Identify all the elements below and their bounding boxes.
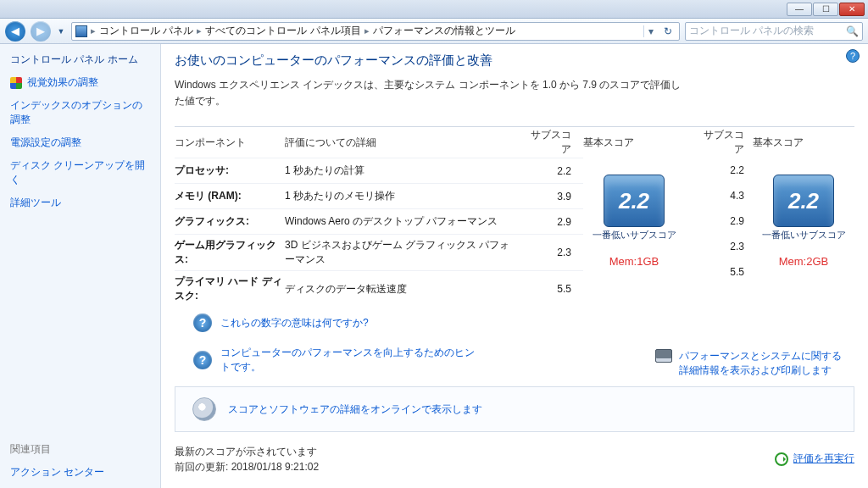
status-text: 最新のスコアが示されています 前回の更新: 2018/01/18 9:21:02 <box>175 444 319 474</box>
table-row: グラフィックス: Windows Aero のデスクトップ パフォーマンス 2.… <box>175 208 583 234</box>
header-subscore: サブスコア <box>524 128 583 157</box>
sidebar-link-power[interactable]: 電源設定の調整 <box>10 136 150 150</box>
main-content: ? お使いのコンピューターのパフォーマンスの評価と改善 Windows エクスペ… <box>161 44 868 488</box>
header-detail: 評価についての詳細 <box>285 136 524 150</box>
search-placeholder: コントロール パネルの検索 <box>689 24 814 38</box>
online-details-box[interactable]: スコアとソフトウェアの詳細をオンラインで表示します <box>175 386 854 432</box>
memory-annotation: Mem:2GB <box>779 255 829 268</box>
link-text: 評価を再実行 <box>793 452 854 466</box>
header-component: コンポーネント <box>175 136 285 150</box>
link-text: これらの数字の意味は何ですか? <box>220 316 369 330</box>
table-row: プライマリ ハード ディスク: ディスクのデータ転送速度 5.5 <box>175 270 583 307</box>
subscore-value: 5.5 <box>702 266 753 278</box>
sidebar-link-visual-effects[interactable]: 視覚効果の調整 <box>10 75 150 90</box>
breadcrumb-sep: ▸ <box>197 25 202 36</box>
refresh-button[interactable]: ↻ <box>660 25 676 37</box>
subscore-value: 2.2 <box>702 164 753 176</box>
link-text: パフォーマンスとシステムに関する詳細情報を表示および印刷します <box>679 349 849 378</box>
sidebar: コントロール パネル ホーム 視覚効果の調整 インデックスのオプションの調整 電… <box>0 44 161 488</box>
help-link-meaning[interactable]: ? これらの数字の意味は何ですか? <box>175 307 854 339</box>
control-panel-icon <box>75 25 87 37</box>
shield-icon <box>10 77 22 89</box>
link-text: コンピューターのパフォーマンスを向上するためのヒントです。 <box>220 346 475 374</box>
question-icon: ? <box>193 313 212 332</box>
subscore-value: 5.5 <box>524 283 583 295</box>
sidebar-link-advanced-tools[interactable]: 詳細ツール <box>10 196 150 210</box>
nav-toolbar: ◀ ▶ ▼ ▸ コントロール パネル ▸ すべてのコントロール パネル項目 ▸ … <box>0 19 868 44</box>
printer-icon <box>655 349 672 363</box>
component-desc: 3D ビジネスおよびゲーム グラフィックス パフォーマンス <box>285 238 524 267</box>
window-minimize-button[interactable]: — <box>787 3 812 16</box>
question-icon: ? <box>193 351 212 369</box>
subscore-value: 2.3 <box>702 241 753 252</box>
header-subscore: サブスコア <box>702 128 753 157</box>
component-desc: 1 秒あたりのメモリ操作 <box>285 189 524 203</box>
breadcrumb-sep: ▸ <box>364 25 370 36</box>
subscore-value: 4.3 <box>702 190 753 202</box>
component-desc: ディスクのデータ転送速度 <box>285 282 524 297</box>
status-line: 前回の更新: 2018/01/18 9:21:02 <box>175 459 319 474</box>
window-titlebar: — ☐ ✕ <box>0 0 868 19</box>
header-basescore: 基本スコア <box>753 136 854 150</box>
badge-caption: 一番低いサブスコア <box>762 229 846 241</box>
subscore-value: 2.2 <box>524 165 583 177</box>
component-name: プロセッサ: <box>175 164 285 178</box>
breadcrumb-dropdown[interactable]: ▾ <box>643 25 657 37</box>
page-description: Windows エクスペリエンス インデックスは、主要なシステム コンポーネント… <box>175 77 683 109</box>
search-input[interactable]: コントロール パネルの検索 🔍 <box>685 22 863 41</box>
subscore-value: 2.9 <box>524 216 583 228</box>
subscore-value: 3.9 <box>524 191 583 202</box>
table-row: ゲーム用グラフィックス: 3D ビジネスおよびゲーム グラフィックス パフォーマ… <box>175 234 583 270</box>
breadcrumb[interactable]: ▸ コントロール パネル ▸ すべてのコントロール パネル項目 ▸ パフォーマン… <box>71 22 680 41</box>
component-desc: 1 秒あたりの計算 <box>285 164 524 178</box>
scores-header-row-2: サブスコア 基本スコア <box>702 127 854 158</box>
component-desc: Windows Aero のデスクトップ パフォーマンス <box>285 214 524 229</box>
header-basescore: 基本スコア <box>583 136 685 150</box>
component-name: プライマリ ハード ディスク: <box>175 274 285 303</box>
component-name: メモリ (RAM): <box>175 189 285 203</box>
base-score-badge: 2.2 <box>773 175 834 227</box>
related-items-title: 関連項目 <box>10 442 150 457</box>
subscore-value: 2.9 <box>702 215 753 227</box>
page-title: お使いのコンピューターのパフォーマンスの評価と改善 <box>175 53 854 69</box>
table-row: プロセッサ: 1 秒あたりの計算 2.2 <box>175 158 583 183</box>
component-name: グラフィックス: <box>175 214 285 229</box>
scores-table: コンポーネント 評価についての詳細 サブスコア 基本スコア プロセッサ: 1 秒… <box>175 126 854 307</box>
history-dropdown[interactable]: ▼ <box>56 21 66 42</box>
disc-icon <box>192 397 216 421</box>
memory-annotation: Mem:1GB <box>609 255 659 268</box>
breadcrumb-item[interactable]: すべてのコントロール パネル項目 <box>205 24 360 38</box>
table-row: メモリ (RAM): 1 秒あたりのメモリ操作 3.9 <box>175 183 583 208</box>
component-name: ゲーム用グラフィックス: <box>175 238 285 267</box>
sidebar-link-action-center[interactable]: アクション センター <box>10 465 150 480</box>
breadcrumb-sep: ▸ <box>91 25 96 36</box>
control-panel-home-link[interactable]: コントロール パネル ホーム <box>10 53 150 67</box>
help-icon[interactable]: ? <box>846 49 860 63</box>
link-text: スコアとソフトウェアの詳細をオンラインで表示します <box>228 402 482 417</box>
forward-button[interactable]: ▶ <box>31 21 51 42</box>
sidebar-link-disk-cleanup[interactable]: ディスク クリーンアップを開く <box>10 158 150 187</box>
badge-caption: 一番低いサブスコア <box>593 229 676 241</box>
sidebar-link-indexing[interactable]: インデックスのオプションの調整 <box>10 98 150 127</box>
status-line: 最新のスコアが示されています <box>175 444 319 459</box>
back-button[interactable]: ◀ <box>5 21 25 42</box>
refresh-icon <box>775 452 788 466</box>
print-details-link[interactable]: パフォーマンスとシステムに関する詳細情報を表示および印刷します <box>655 349 854 378</box>
scores-header-row: コンポーネント 評価についての詳細 サブスコア 基本スコア <box>175 127 685 158</box>
rerun-assessment-link[interactable]: 評価を再実行 <box>775 452 854 466</box>
subscore-value: 2.3 <box>524 247 583 258</box>
window-close-button[interactable]: ✕ <box>839 3 865 16</box>
window-maximize-button[interactable]: ☐ <box>813 3 838 16</box>
base-score-badge: 2.2 <box>604 175 665 227</box>
breadcrumb-item[interactable]: コントロール パネル <box>99 24 193 38</box>
search-icon: 🔍 <box>846 25 859 37</box>
breadcrumb-item[interactable]: パフォーマンスの情報とツール <box>373 24 515 38</box>
sidebar-item-label: 視覚効果の調整 <box>27 75 98 90</box>
